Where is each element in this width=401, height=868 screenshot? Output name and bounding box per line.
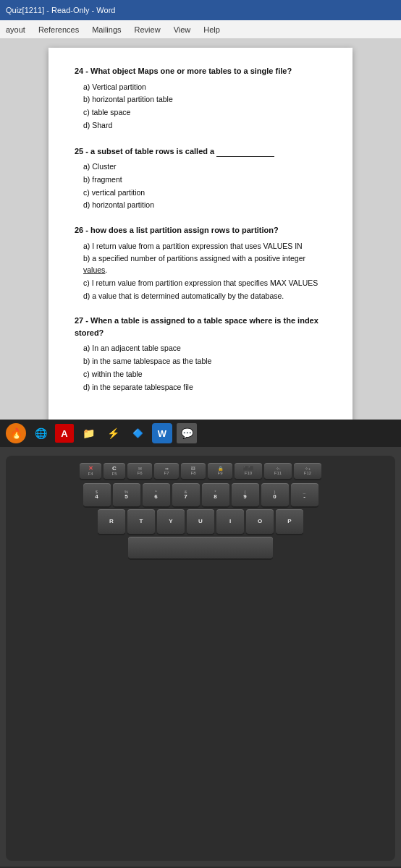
q25-option-b: b) fragment bbox=[83, 174, 326, 186]
key-ampersand-7[interactable]: & 7 bbox=[172, 483, 200, 506]
taskbar-blue[interactable]: 🔷 bbox=[127, 423, 148, 443]
key-x[interactable]: ✕ F4 bbox=[80, 463, 101, 479]
taskbar-files[interactable]: 📁 bbox=[78, 423, 98, 443]
question-27-title: 27 - When a table is assigned to a table… bbox=[75, 315, 326, 339]
taskbar-chrome[interactable]: 🌐 bbox=[30, 423, 51, 443]
q27-option-d: d) in the separate tablespace file bbox=[83, 382, 326, 393]
document-page: 24 - What object Maps one or more tables… bbox=[48, 48, 353, 440]
menu-layout[interactable]: ayout bbox=[6, 25, 25, 34]
q27-option-a: a) In an adjacent table space bbox=[83, 343, 326, 354]
keyboard-bezel: ✕ F4 C F5 ✉ F6 ➡ F7 🖼 F8 🔒 F9 bbox=[6, 456, 395, 861]
menu-references[interactable]: References bbox=[38, 25, 79, 34]
title-bar-text: Quiz[1211] - Read-Only - Word bbox=[6, 6, 115, 14]
q24-option-b: b) horizontal partition table bbox=[83, 94, 326, 106]
taskbar-a[interactable]: A bbox=[55, 424, 74, 443]
document-area: 24 - What object Maps one or more tables… bbox=[0, 39, 401, 448]
underlined-values: values bbox=[83, 265, 105, 274]
fn-row: ✕ F4 C F5 ✉ F6 ➡ F7 🖼 F8 🔒 F9 bbox=[10, 463, 391, 479]
key-c-label: C bbox=[112, 466, 117, 472]
taskbar-firefox[interactable]: 🔥 bbox=[6, 423, 26, 443]
key-f10[interactable]: ⬛⬛ F10 bbox=[235, 463, 262, 479]
key-p[interactable]: P bbox=[276, 509, 303, 534]
key-i[interactable]: I bbox=[216, 509, 244, 534]
question-24-title: 24 - What object Maps one or more tables… bbox=[75, 65, 326, 77]
question-25-title: 25 - a subset of table rows is called a bbox=[75, 145, 326, 158]
q26-option-d: d) a value that is determined automatica… bbox=[83, 291, 326, 302]
key-t[interactable]: T bbox=[127, 509, 155, 534]
key-6[interactable]: ^ 6 bbox=[143, 483, 170, 506]
q26-option-a: a) I return value from a partition expre… bbox=[83, 241, 326, 252]
title-bar: Quiz[1211] - Read-Only - Word bbox=[0, 0, 401, 20]
q26-option-b: b) a specified number of partitions assi… bbox=[83, 253, 326, 276]
key-c[interactable]: C F5 bbox=[104, 463, 125, 479]
key-y[interactable]: Y bbox=[157, 509, 185, 534]
question-26: 26 - how does a list partition assign ro… bbox=[75, 224, 326, 302]
key-o[interactable]: O bbox=[246, 509, 274, 534]
laptop-screen: Quiz[1211] - Read-Only - Word ayout Refe… bbox=[0, 0, 401, 447]
key-5[interactable]: % 5 bbox=[113, 483, 140, 506]
key-f9[interactable]: 🔒 F9 bbox=[208, 463, 232, 479]
taskbar: 🔥 🌐 A 📁 ⚡ 🔷 W 💬 bbox=[0, 420, 401, 447]
menu-bar: ayout References Mailings Review View He… bbox=[0, 20, 401, 39]
q25-option-a: a) Cluster bbox=[83, 161, 326, 173]
key-f8[interactable]: 🖼 F8 bbox=[181, 463, 206, 479]
key-r[interactable]: R bbox=[98, 509, 125, 534]
key-8[interactable]: * 8 bbox=[202, 483, 229, 506]
menu-view[interactable]: View bbox=[174, 25, 191, 34]
taskbar-chat[interactable]: 💬 bbox=[177, 423, 197, 443]
key-f6[interactable]: ✉ F6 bbox=[127, 463, 152, 479]
q25-option-d: d) horizontal partition bbox=[83, 200, 326, 211]
question-26-title: 26 - how does a list partition assign ro… bbox=[75, 224, 326, 237]
taskbar-lightning[interactable]: ⚡ bbox=[103, 423, 123, 443]
key-u[interactable]: U bbox=[187, 509, 214, 534]
spacebar-area bbox=[10, 537, 391, 558]
q24-option-c: c) table space bbox=[83, 107, 326, 119]
key-f11[interactable]: ✧- F11 bbox=[264, 463, 292, 479]
q25-option-c: c) vertical partition bbox=[83, 187, 326, 199]
q24-option-a: a) Vertical partition bbox=[83, 82, 326, 93]
key-9[interactable]: ( 9 bbox=[232, 483, 259, 506]
menu-review[interactable]: Review bbox=[135, 25, 161, 34]
q27-option-b: b) in the same tablespace as the table bbox=[83, 356, 326, 367]
key-4[interactable]: $ 4 bbox=[83, 483, 111, 506]
menu-mailings[interactable]: Mailings bbox=[92, 25, 121, 34]
key-f12[interactable]: ✧+ F12 bbox=[294, 463, 321, 479]
num-row: $ 4 % 5 ^ 6 & 7 * 8 ( 9 bbox=[10, 483, 391, 506]
question-27: 27 - When a table is assigned to a table… bbox=[75, 315, 326, 393]
key-minus[interactable]: _ - bbox=[291, 483, 318, 506]
menu-help[interactable]: Help bbox=[203, 25, 220, 34]
question-24: 24 - What object Maps one or more tables… bbox=[75, 65, 326, 132]
keyboard-area: ✕ F4 C F5 ✉ F6 ➡ F7 🖼 F8 🔒 F9 bbox=[0, 447, 401, 867]
blank-line bbox=[216, 145, 274, 158]
alpha-row-rtyuiop: R T Y U I O P bbox=[10, 509, 391, 534]
question-25: 25 - a subset of table rows is called a … bbox=[75, 145, 326, 212]
key-x-label: ✕ bbox=[88, 466, 93, 472]
q27-option-c: c) within the table bbox=[83, 369, 326, 380]
taskbar-word[interactable]: W bbox=[152, 423, 172, 443]
spacebar[interactable] bbox=[128, 537, 273, 558]
q24-option-d: d) Shard bbox=[83, 120, 326, 132]
q26-option-c: c) I return value from partition express… bbox=[83, 278, 326, 289]
key-0[interactable]: ) 0 bbox=[261, 483, 289, 506]
key-f7[interactable]: ➡ F7 bbox=[154, 463, 179, 479]
